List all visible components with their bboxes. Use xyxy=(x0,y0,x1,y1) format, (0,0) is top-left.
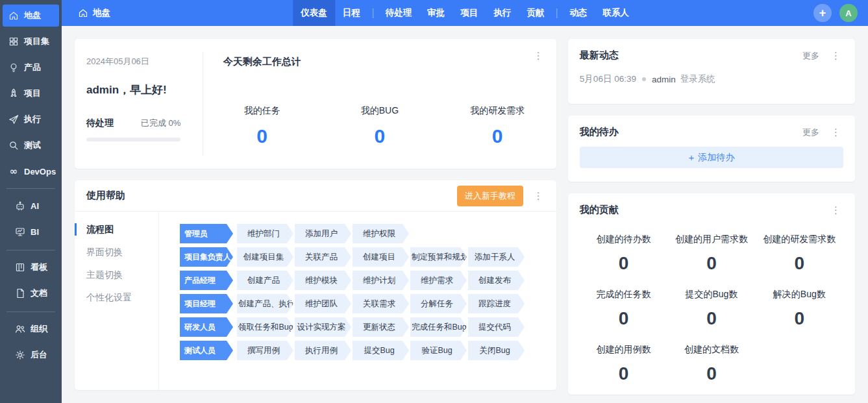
contribution-stat: 创建的研发需求数 0 xyxy=(756,234,843,274)
nav-item[interactable]: 项目 xyxy=(453,0,486,26)
nav-item[interactable]: 动态 xyxy=(562,0,595,26)
step-chip: 创建项目集 xyxy=(237,247,293,267)
sidebar-item-label: 产品 xyxy=(24,62,41,73)
stat-label: 我的BUG xyxy=(321,105,438,117)
tutorial-button[interactable]: 进入新手教程 xyxy=(457,186,523,206)
left-column: 2024年05月06日 admin，早上好! 待处理 已完成 0% 今天剩余工作… xyxy=(75,39,556,390)
latest-news-card: 最新动态 更多 ⋮ 5月06日 06:39 admin 登录系统 xyxy=(568,39,855,104)
summary-stat: 我的BUG 0 xyxy=(321,105,438,169)
contribution-stat: 解决的Bug数 0 xyxy=(756,289,843,329)
contribution-stat: 创建的用户需求数 0 xyxy=(667,234,755,274)
sidebar-item-label: 后台 xyxy=(31,349,47,361)
devops-infinity-icon: ∞ xyxy=(8,166,19,177)
news-actor: admin xyxy=(652,75,676,84)
card-menu-icon[interactable]: ⋮ xyxy=(531,49,546,62)
todo-more-link[interactable]: 更多 xyxy=(802,127,819,138)
sidebar-item-label: 执行 xyxy=(24,114,41,125)
step-chip: 关联产品 xyxy=(295,247,351,267)
stat-value: 0 xyxy=(580,308,667,329)
step-chip: 维护需求 xyxy=(410,271,467,290)
workflow-row: 产品经理 创建产品维护模块维护计划维护需求创建发布 xyxy=(180,271,545,290)
workflow-steps: 撰写用例执行用例提交Bug验证Bug关闭Bug xyxy=(237,341,526,360)
pending-label: 待处理 xyxy=(86,117,114,129)
step-chip: 添加干系人 xyxy=(468,247,525,267)
sidebar-item[interactable]: AI xyxy=(6,193,55,219)
topbar-right: + A xyxy=(813,4,868,22)
plus-icon: + xyxy=(689,152,695,163)
sidebar-item[interactable]: 产品 xyxy=(0,55,62,80)
news-more-link[interactable]: 更多 xyxy=(802,50,819,62)
help-card: 使用帮助 进入新手教程 ⋮ 流程图界面切换主题切换个性化设置 管理员 维护部门添… xyxy=(75,180,556,390)
sidebar-item[interactable]: 测试 xyxy=(0,132,62,158)
right-column: 最新动态 更多 ⋮ 5月06日 06:39 admin 登录系统 我的待办 更多… xyxy=(568,39,855,390)
nav-item[interactable]: 贡献 xyxy=(519,0,552,26)
sidebar-item[interactable]: 项目 xyxy=(0,80,62,106)
nav-item[interactable]: 联系人 xyxy=(595,0,637,26)
help-tab[interactable]: 个性化设置 xyxy=(75,286,158,309)
step-chip: 维护计划 xyxy=(353,271,409,290)
topbar-home[interactable]: 地盘 xyxy=(62,0,121,26)
help-tab[interactable]: 主题切换 xyxy=(75,263,158,286)
nav-item[interactable]: 待处理 xyxy=(378,0,420,26)
sidebar-item[interactable]: BI xyxy=(6,219,55,245)
nav-item[interactable]: 执行 xyxy=(486,0,519,26)
nav-group: 待处理审批项目执行贡献 xyxy=(368,0,552,26)
stat-label: 解决的Bug数 xyxy=(756,289,843,300)
stat-label: 完成的任务数 xyxy=(580,289,667,300)
sidebar: 地盘 项目集 产品 项目 执行 测试 xyxy=(0,0,62,403)
role-chip: 管理员 xyxy=(180,224,233,243)
create-button[interactable]: + xyxy=(813,4,832,22)
sidebar-item[interactable]: 项目集 xyxy=(0,29,62,55)
sidebar-item[interactable]: 执行 xyxy=(0,106,62,132)
sidebar-item[interactable]: 组织 xyxy=(6,316,55,342)
step-chip: 关联需求 xyxy=(353,294,409,313)
doc-page-icon xyxy=(15,288,25,299)
sidebar-item[interactable]: 看板 xyxy=(6,254,55,280)
stat-value: 0 xyxy=(203,125,321,147)
program-grid-icon xyxy=(8,36,19,47)
card-menu-icon[interactable]: ⋮ xyxy=(531,189,546,202)
nav-item[interactable]: 仪表盘 xyxy=(293,0,335,26)
contribution-stat: 完成的任务数 0 xyxy=(580,289,667,329)
stat-value: 0 xyxy=(756,253,843,274)
stat-value: 0 xyxy=(756,308,843,329)
nav-item[interactable]: 审批 xyxy=(419,0,453,26)
nav-item[interactable]: 日程 xyxy=(335,0,368,26)
news-list: 5月06日 06:39 admin 登录系统 xyxy=(580,73,843,85)
stat-label: 我的研发需求 xyxy=(439,105,556,117)
pending-row: 待处理 已完成 0% xyxy=(86,117,203,129)
sidebar-section: AI BI xyxy=(6,188,55,249)
contribution-title: 我的贡献 xyxy=(580,204,619,216)
sidebar-item[interactable]: ∞ DevOps xyxy=(0,158,62,184)
stat-label: 我的任务 xyxy=(203,105,321,117)
workflow-steps: 领取任务和Bug设计实现方案更新状态完成任务和Bug提交代码 xyxy=(237,317,526,337)
contribution-stats: 创建的待办数 0 创建的用户需求数 0 创建的研发需求数 0 完成的任务数 0 … xyxy=(580,234,843,384)
help-tab[interactable]: 流程图 xyxy=(75,218,158,241)
plus-icon: + xyxy=(819,6,826,20)
avatar[interactable]: A xyxy=(839,4,858,22)
card-menu-icon[interactable]: ⋮ xyxy=(828,126,843,138)
bullet-dot-icon xyxy=(642,77,646,81)
add-todo-button[interactable]: + 添加待办 xyxy=(580,147,843,168)
org-people-icon xyxy=(15,324,25,334)
sidebar-item[interactable]: 地盘 xyxy=(0,3,62,29)
step-chip: 创建产品 xyxy=(237,271,293,290)
step-chip: 维护模块 xyxy=(295,271,351,290)
help-tabs: 流程图界面切换主题切换个性化设置 xyxy=(75,212,159,390)
card-menu-icon[interactable]: ⋮ xyxy=(828,204,843,216)
contribution-stat: 创建的文档数 0 xyxy=(667,344,755,384)
sidebar-item[interactable]: 后台 xyxy=(6,342,55,368)
help-header: 使用帮助 进入新手教程 ⋮ xyxy=(75,180,556,212)
card-menu-icon[interactable]: ⋮ xyxy=(828,49,843,62)
stat-value: 0 xyxy=(439,125,556,147)
stat-label: 创建的研发需求数 xyxy=(756,234,843,245)
help-tab[interactable]: 界面切换 xyxy=(75,241,158,263)
stat-label: 创建的文档数 xyxy=(667,344,755,356)
step-chip: 领取任务和Bug xyxy=(237,317,293,337)
role-chip: 研发人员 xyxy=(180,317,233,337)
sidebar-item[interactable]: 文档 xyxy=(6,280,55,306)
workflow-row: 项目集负责人 创建项目集关联产品创建项目制定预算和规划添加干系人 xyxy=(180,247,545,267)
stat-label: 创建的用例数 xyxy=(580,344,667,356)
role-chip: 项目经理 xyxy=(180,294,233,313)
step-chip: 提交Bug xyxy=(353,341,409,360)
